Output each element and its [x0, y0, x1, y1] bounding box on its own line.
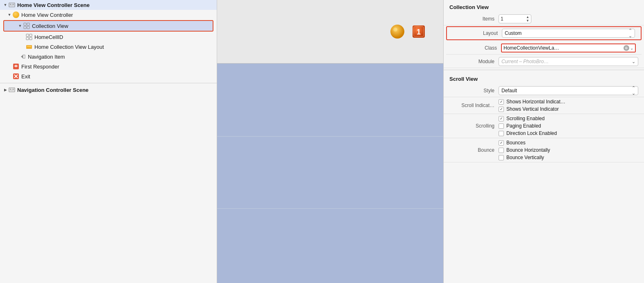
home-vc-row[interactable]: ▼ Home View Controller [0, 10, 217, 20]
scene2-icon [8, 86, 16, 94]
class-icons: ⊕ ⌄ [624, 45, 633, 51]
style-select[interactable]: Default ⌃⌄ [499, 86, 638, 95]
nav-item-icon [19, 53, 26, 60]
svg-point-28 [393, 27, 397, 32]
paging-enabled-checkbox[interactable] [499, 123, 504, 129]
shows-vertical-row: ✓ Shows Vertical Indicator [499, 106, 565, 112]
disclosure-hvc[interactable]: ▼ [7, 12, 12, 18]
disclosure-homecellid [20, 34, 25, 40]
svg-text:1: 1 [417, 28, 421, 36]
scroll-indicators-checkboxes: ✓ Shows Horizontal Indicat… ✓ Shows Vert… [499, 99, 565, 112]
module-select[interactable]: Current – PhotoBro… ⌄ [499, 57, 638, 66]
tree-separator [0, 83, 217, 83]
scene1-icon [8, 1, 16, 9]
layout-row: Layout Custom ⌃⌄ [446, 26, 642, 40]
scrolling-enabled-label: Scrolling Enabled [506, 116, 544, 121]
svg-rect-16 [23, 55, 25, 58]
scroll-view-header-label: Scroll View [449, 76, 478, 82]
canvas-blue-area [217, 64, 443, 283]
style-value-container: Default ⌃⌄ [499, 86, 638, 95]
module-chevron: ⌄ [632, 59, 635, 64]
layout-value-container: Custom ⌃⌄ [502, 29, 635, 38]
bounce-row: Bounce ✓ Bounces Bounce Horizontally Bou… [444, 138, 644, 162]
items-stepper-arrows[interactable]: ▲ ▼ [526, 15, 529, 23]
collection-view-icon [23, 22, 30, 30]
scene1-row[interactable]: ▼ Home View Controller Scene [0, 0, 217, 10]
direction-lock-row: Direction Lock Enabled [499, 130, 557, 136]
bounce-horizontally-checkbox[interactable] [499, 148, 504, 153]
bounces-label: Bounces [506, 140, 526, 146]
bounce-checks: ✓ Bounces Bounce Horizontally Bounce Ver… [499, 140, 638, 160]
collection-view-row[interactable]: ▼ Collection View [3, 20, 213, 32]
shows-horizontal-checkbox[interactable]: ✓ [499, 99, 504, 105]
disclosure-scene2[interactable]: ▶ [2, 87, 8, 93]
class-value: HomeCollectionViewLa… [503, 45, 624, 51]
scene2-row[interactable]: ▶ Navigation Controller Scene [0, 85, 217, 95]
svg-rect-5 [27, 23, 29, 25]
disclosure-cv[interactable]: ▼ [17, 23, 23, 29]
home-vc-icon [12, 11, 20, 18]
exit-row[interactable]: Exit [0, 71, 217, 81]
scroll-indicators-row: Scroll Indicat… ✓ Shows Horizontal Indic… [444, 97, 644, 114]
svg-rect-1 [10, 4, 11, 5]
paging-enabled-row: Paging Enabled [499, 123, 557, 129]
svg-rect-7 [27, 26, 29, 29]
stepper-down[interactable]: ▼ [526, 19, 529, 23]
svg-rect-11 [29, 37, 32, 40]
canvas-line2 [217, 208, 443, 209]
canvas-line1 [217, 136, 443, 137]
homecellid-row[interactable]: HomeCellID [0, 32, 217, 42]
bounce-horizontally-row: Bounce Horizontally [499, 147, 550, 153]
nav-item-label: Navigation Item [28, 54, 65, 60]
class-select[interactable]: HomeCollectionViewLa… ⊕ ⌄ [501, 43, 636, 52]
disclosure-scene1[interactable]: ▼ [2, 2, 8, 8]
module-row: Module Current – PhotoBro… ⌄ [444, 55, 644, 68]
first-responder-icon [12, 63, 20, 70]
hcvl-icon [25, 43, 33, 50]
first-responder-label: First Responder [21, 64, 59, 70]
disclosure-navitem [13, 54, 19, 59]
disclosure-exit [7, 73, 12, 79]
items-row: Items 1 ▲ ▼ [444, 13, 644, 25]
collection-view-header-label: Collection View [449, 4, 489, 10]
svg-rect-9 [29, 34, 32, 37]
class-circle-btn[interactable]: ⊕ [624, 45, 629, 51]
svg-rect-14 [27, 46, 31, 47]
exit-icon [12, 73, 20, 80]
shows-vertical-checkbox[interactable]: ✓ [499, 107, 504, 112]
nav-item-row[interactable]: Navigation Item [0, 52, 217, 62]
stepper-up[interactable]: ▲ [526, 15, 529, 19]
first-responder-row[interactable]: First Responder [0, 62, 217, 71]
bounce-vertically-checkbox[interactable] [499, 155, 504, 160]
collection-view-section-header: Collection View [444, 0, 644, 13]
class-chevron: ⌄ [630, 46, 633, 50]
layout-select[interactable]: Custom ⌃⌄ [502, 29, 635, 38]
homecellid-icon [25, 33, 33, 41]
scroll-indicators-checks: ✓ Shows Horizontal Indicat… ✓ Shows Vert… [499, 99, 638, 112]
direction-lock-checkbox[interactable] [499, 131, 504, 136]
hcvl-row[interactable]: Home Collection View Layout [0, 42, 217, 52]
bounce-vertically-row: Bounce Vertically [499, 155, 550, 160]
shows-vertical-label: Shows Vertical Indicator [506, 106, 559, 112]
scrolling-enabled-row: ✓ Scrolling Enabled [499, 116, 557, 121]
items-stepper[interactable]: 1 ▲ ▼ [499, 14, 531, 23]
scrolling-enabled-checkbox[interactable]: ✓ [499, 116, 504, 121]
scroll-indicators-label: Scroll Indicat… [449, 103, 499, 108]
svg-rect-2 [12, 4, 14, 5]
items-value: 1 [501, 16, 506, 22]
bounces-checkbox[interactable]: ✓ [499, 140, 504, 146]
module-value: Current – PhotoBro… [501, 59, 549, 64]
homecellid-label: HomeCellID [34, 34, 63, 40]
canvas-panel: 1 [217, 0, 443, 283]
canvas-cell-icon1 [389, 23, 406, 40]
svg-rect-4 [24, 23, 26, 25]
bounce-vertically-label: Bounce Vertically [506, 155, 544, 160]
items-value-container: 1 ▲ ▼ [499, 14, 638, 23]
hcvl-label: Home Collection View Layout [34, 44, 104, 50]
scrolling-row: Scrolling ✓ Scrolling Enabled Paging Ena… [444, 114, 644, 138]
shows-horizontal-label: Shows Horizontal Indicat… [506, 99, 565, 105]
svg-rect-3 [10, 5, 14, 6]
class-value-container: HomeCollectionViewLa… ⊕ ⌄ [501, 43, 636, 52]
svg-rect-10 [26, 37, 29, 40]
layout-value: Custom [505, 30, 522, 36]
